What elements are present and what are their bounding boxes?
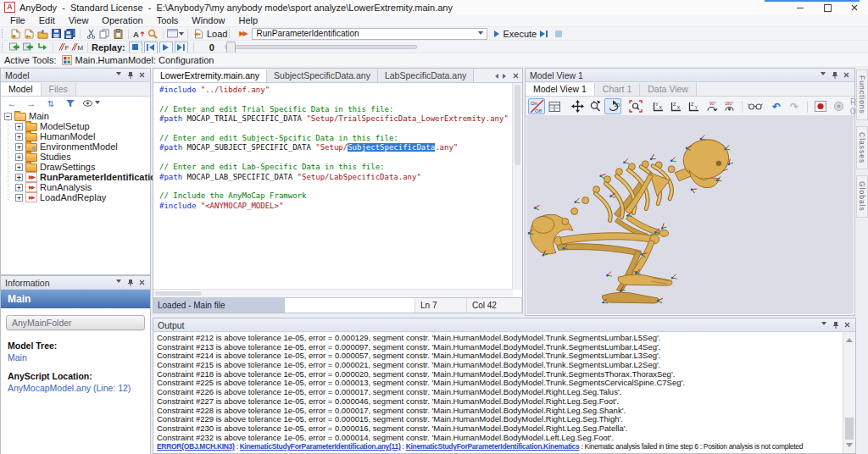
expander-icon[interactable]: + <box>15 194 23 202</box>
menu-help[interactable]: Help <box>231 14 264 26</box>
expander-icon[interactable]: − <box>4 113 12 120</box>
replay-play-button[interactable] <box>159 42 173 53</box>
record-settings-button[interactable] <box>830 98 847 114</box>
save-all-button[interactable] <box>63 28 76 40</box>
tree-item-LoadAndReplay[interactable]: +LoadAndReplay <box>1 192 150 202</box>
load-button[interactable]: Load <box>207 29 227 39</box>
pin-icon[interactable] <box>830 320 841 330</box>
model-tree-link[interactable]: Main <box>8 352 143 363</box>
tree-item-DrawSettings[interactable]: +DrawSettings <box>1 162 150 172</box>
view-yx-button[interactable]: YX <box>649 98 666 114</box>
redo-view-button[interactable] <box>786 98 803 114</box>
tree-item-ModelSetup[interactable]: +ModelSetup <box>1 121 150 131</box>
replay-slider[interactable] <box>225 45 417 49</box>
rotate-90-button[interactable]: 90° <box>703 98 720 114</box>
model-3d-viewport[interactable] <box>526 115 854 314</box>
execute-button[interactable]: Execute <box>491 29 537 39</box>
scroll-down-icon[interactable] <box>846 443 853 451</box>
pan-button[interactable] <box>569 98 586 114</box>
editor-tab-2[interactable]: LabSpecificData.any <box>378 69 474 82</box>
record-button[interactable] <box>812 98 829 114</box>
view-tab-chart-1[interactable]: Chart 1 <box>595 83 640 96</box>
glasses-button[interactable] <box>747 98 764 114</box>
editor-vertical-scrollbar[interactable] <box>512 83 522 290</box>
scroll-tabs-right-button[interactable] <box>503 74 509 79</box>
close-button[interactable] <box>841 1 868 14</box>
filter-button[interactable] <box>64 97 77 109</box>
panel-menu-button[interactable] <box>113 278 124 288</box>
model-tab-files[interactable]: Files <box>42 83 76 96</box>
active-tools-value[interactable]: Main.HumanModel: Configuration <box>75 55 214 65</box>
rotate-3d-button[interactable]: 3D <box>604 98 621 114</box>
close-icon[interactable] <box>136 278 147 288</box>
close-icon[interactable] <box>842 320 853 330</box>
macro-m-button[interactable]: M <box>70 42 84 53</box>
onoff-toggle-button[interactable]: OnOff <box>528 98 545 114</box>
zoom-pointer-button[interactable] <box>587 98 604 114</box>
font-size-button[interactable]: A <box>132 28 146 40</box>
undo-view-button[interactable] <box>768 98 785 114</box>
close-tab-button[interactable] <box>513 73 519 79</box>
model-tab-model[interactable]: Model <box>1 83 42 96</box>
expander-icon[interactable]: + <box>15 184 23 191</box>
panel-menu-button[interactable] <box>818 320 829 330</box>
cut-button[interactable] <box>84 28 97 40</box>
sort-button[interactable] <box>44 97 58 109</box>
scrollbar-thumb[interactable] <box>845 418 854 440</box>
error-link[interactable]: KinematicStudyForParameterIdentification… <box>240 442 401 451</box>
visibility-button[interactable] <box>83 97 100 109</box>
open-file-button[interactable] <box>22 28 36 40</box>
pin-icon[interactable] <box>829 70 840 80</box>
output-log[interactable]: Constraint #212 is above tolerance 1e-05… <box>153 332 843 453</box>
expander-icon[interactable]: + <box>15 174 23 181</box>
expander-icon[interactable]: + <box>15 163 23 171</box>
expander-icon[interactable]: + <box>15 153 23 161</box>
error-link[interactable]: ERROR(OBJ.MCH.KIN3) <box>157 442 235 451</box>
expander-icon[interactable]: + <box>15 123 23 130</box>
toolbar-grip[interactable] <box>2 42 6 52</box>
open-folder-button[interactable] <box>36 28 49 40</box>
expander-icon[interactable]: + <box>15 143 23 151</box>
menu-view[interactable]: View <box>62 14 96 26</box>
menu-file[interactable]: File <box>3 14 32 26</box>
forward-button[interactable] <box>25 97 38 109</box>
side-tab-globals[interactable]: Globals <box>856 175 868 218</box>
operation-dropdown[interactable]: RunParameterIdentification <box>252 28 487 40</box>
view-tab-model-view-1[interactable]: Model View 1 <box>526 83 595 96</box>
close-icon[interactable] <box>841 70 852 80</box>
menu-window[interactable]: Window <box>185 14 231 26</box>
replay-step-forward-button[interactable] <box>175 42 188 53</box>
scroll-up-icon[interactable] <box>846 335 853 342</box>
save-button[interactable] <box>49 28 63 40</box>
tree-item-RunParameterIdentification[interactable]: +RunParameterIdentification <box>1 172 150 182</box>
code-editor-area[interactable]: #include "../libdef.any" // Enter and ed… <box>153 83 513 290</box>
minimize-button[interactable] <box>787 1 814 14</box>
pin-icon[interactable] <box>125 70 136 80</box>
menu-operation[interactable]: Operation <box>95 14 149 26</box>
maximize-button[interactable] <box>814 1 841 14</box>
panel-menu-button[interactable] <box>817 70 828 80</box>
load-icon[interactable] <box>192 28 205 40</box>
new-file-button[interactable] <box>8 28 22 40</box>
view-zy-button[interactable]: ZY <box>685 98 702 114</box>
close-icon[interactable] <box>136 70 147 80</box>
rotate-180-button[interactable]: 180° <box>721 98 737 114</box>
toolbar-grip[interactable] <box>2 29 6 38</box>
side-tab-classes[interactable]: Classes <box>856 126 868 169</box>
export-table-button[interactable] <box>8 42 22 53</box>
stop-button[interactable] <box>555 30 562 37</box>
macro-f-button[interactable]: F <box>57 42 70 53</box>
tree-item-Studies[interactable]: +Studies <box>1 152 150 162</box>
tree-item-RunAnalysis[interactable]: +RunAnalysis <box>1 182 150 192</box>
tree-item-HumanModel[interactable]: +HumanModel <box>1 131 150 141</box>
back-button[interactable] <box>5 97 19 109</box>
export-arrow-button[interactable] <box>36 42 49 53</box>
window-layout-button[interactable] <box>167 28 184 40</box>
pin-icon[interactable] <box>125 278 136 288</box>
output-scrollbar[interactable] <box>843 332 855 453</box>
panel-menu-button[interactable] <box>113 70 124 80</box>
view-tab-data-view[interactable]: Data View <box>640 83 697 96</box>
zoom-region-button[interactable] <box>627 98 644 114</box>
tree-item-EnvironmentModel[interactable]: +EnvironmentModel <box>1 141 150 152</box>
tree-item-Main[interactable]: −Main <box>1 111 150 121</box>
